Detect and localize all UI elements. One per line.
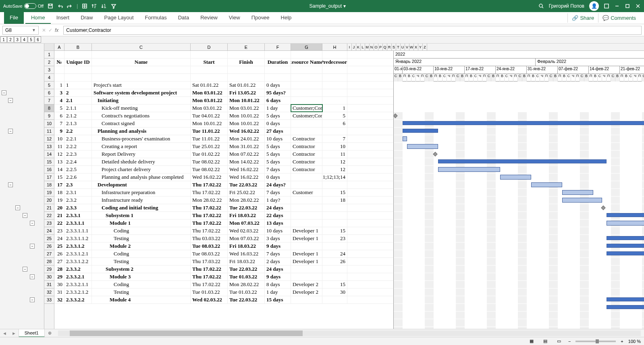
row-header-16[interactable]: 16 — [44, 166, 54, 174]
cell-finish[interactable]: Mon 07.03.22 — [228, 235, 265, 242]
outline-collapse-icon[interactable]: − — [8, 98, 13, 103]
outline-collapse-icon[interactable]: − — [2, 90, 6, 95]
cell-uid[interactable]: 2.3.3.2.2 — [64, 296, 92, 303]
cell-uid[interactable]: 2.3.1 — [64, 189, 92, 196]
sort-asc-icon[interactable] — [91, 3, 97, 9]
sort-desc-icon[interactable] — [101, 3, 107, 9]
cell-duration[interactable]: 22 days — [265, 212, 291, 219]
tab-data[interactable]: Data — [172, 12, 195, 24]
outline-collapse-icon[interactable]: − — [15, 205, 20, 210]
zoom-out-icon[interactable]: − — [568, 339, 571, 344]
cell-name[interactable]: Module 3 — [92, 273, 191, 280]
row-header-26[interactable]: 26 — [44, 243, 54, 250]
row-header-27[interactable]: 27 — [44, 250, 54, 258]
cell-num[interactable]: 13 — [54, 158, 64, 165]
cell-resource[interactable] — [291, 128, 322, 135]
cell-predecessors[interactable] — [322, 243, 347, 250]
tab-view[interactable]: View — [223, 12, 246, 24]
share-button[interactable]: 🔗 Share — [567, 13, 598, 23]
cell-duration[interactable]: 1 day? — [265, 197, 291, 204]
cell-uid[interactable]: 2.3.3.2 — [64, 266, 92, 273]
cell-duration[interactable]: 8 days — [265, 281, 291, 288]
autosave-toggle[interactable]: AutoSave Off — [3, 3, 44, 9]
cell-finish[interactable]: Mon 10.01.22 — [228, 120, 265, 127]
cell-predecessors[interactable] — [322, 212, 347, 219]
col-header-O[interactable]: O — [374, 44, 378, 50]
cell-uid[interactable]: 2.2.1 — [64, 135, 92, 142]
cell-uid[interactable]: 1 — [64, 82, 92, 89]
cell-num[interactable]: 30 — [54, 281, 64, 288]
avatar[interactable]: 👤 — [589, 1, 599, 11]
cell-finish[interactable]: Mon 10.01.22 — [228, 97, 265, 104]
name-box[interactable]: G8▼ — [2, 26, 39, 35]
cell-name[interactable]: Testing — [92, 235, 191, 242]
col-header-T[interactable]: T — [396, 44, 401, 50]
cell-num[interactable]: 7 — [54, 120, 64, 127]
cell-predecessors[interactable]: 7 — [322, 135, 347, 142]
comments-button[interactable]: 💬 Comments — [598, 13, 640, 23]
gantt-bar[interactable] — [403, 121, 644, 125]
cell-predecessors[interactable]: 6 — [322, 120, 347, 127]
row-header-17[interactable]: 17 — [44, 174, 54, 181]
cell-uid[interactable]: 2.3.3.2.1 — [64, 273, 92, 280]
sheet-tab[interactable]: Sheet1 — [19, 329, 45, 337]
cell-num[interactable]: 28 — [54, 266, 64, 273]
cell-uid[interactable]: 2.3.3.1 — [64, 212, 92, 219]
cell-finish[interactable]: Tue 22.03.22 — [228, 204, 265, 211]
outline-level-1[interactable]: 1 — [0, 36, 7, 43]
cell-start[interactable]: Thu 17.02.22 — [191, 266, 228, 273]
cell-num[interactable]: 19 — [54, 197, 64, 204]
cell-name[interactable]: Project's start — [92, 82, 191, 89]
cell-name[interactable]: Software system development project — [92, 89, 191, 96]
cell-name[interactable]: Development — [92, 181, 191, 188]
outline-collapse-icon[interactable]: − — [23, 267, 27, 272]
cell-predecessors[interactable]: 26 — [322, 258, 347, 265]
col-header-X[interactable]: X — [414, 44, 418, 50]
cell-start[interactable]: Tue 08.03.22 — [191, 250, 228, 257]
cell-num[interactable]: 1 — [54, 82, 64, 89]
cell-predecessors[interactable]: 11 — [322, 151, 347, 158]
row-header-32[interactable]: 32 — [44, 289, 54, 296]
cell-predecessors[interactable]: 15 — [322, 281, 347, 288]
cell-uid[interactable]: 2.2 — [64, 128, 92, 135]
cell-uid[interactable]: 2.3.3.1.2.1 — [64, 250, 92, 257]
col-header-U[interactable]: U — [401, 44, 405, 50]
cell-name[interactable]: Business-processes' examination — [92, 135, 191, 142]
cell-resource[interactable]: Developer 2 — [291, 289, 322, 296]
cell-finish[interactable]: Tue 22.03.22 — [228, 181, 265, 188]
cell-start[interactable]: Thu 17.02.22 — [191, 273, 228, 280]
cell-resource[interactable] — [291, 174, 322, 181]
cell-num[interactable]: 21 — [54, 212, 64, 219]
cell-resource[interactable] — [291, 197, 322, 204]
cell-predecessors[interactable]: 15 — [322, 227, 347, 234]
outline-level-2[interactable]: 2 — [7, 36, 14, 43]
row-header-21[interactable]: 21 — [44, 204, 54, 212]
cancel-icon[interactable]: ✕ — [42, 27, 46, 33]
tab-insert[interactable]: Insert — [51, 12, 75, 24]
cell-finish[interactable]: Wed 02.03.22 — [228, 227, 265, 234]
cell-uid[interactable]: 2.3.3.1.2.2 — [64, 258, 92, 265]
cell-name[interactable]: Subsystem 2 — [92, 266, 191, 273]
cell-duration[interactable]: 5 days — [265, 112, 291, 119]
cell-start[interactable]: Thu 17.02.22 — [191, 227, 228, 234]
cell-start[interactable]: Tue 11.01.22 — [191, 135, 228, 142]
cell-duration[interactable]: 1 day — [265, 289, 291, 296]
cell-duration[interactable]: 7 days — [265, 250, 291, 257]
cell-finish[interactable]: Tue 22.03.22 — [228, 266, 265, 273]
cell-start[interactable]: Wed 16.02.22 — [191, 174, 228, 181]
gantt-bar[interactable] — [607, 213, 644, 217]
cell-predecessors[interactable] — [322, 89, 347, 96]
cell-num[interactable]: 18 — [54, 189, 64, 196]
cell-num[interactable]: 24 — [54, 235, 64, 242]
cell-finish[interactable]: Mon 31.01.22 — [228, 143, 265, 150]
select-all-corner[interactable] — [44, 44, 54, 50]
cell-duration[interactable]: 0 days — [265, 120, 291, 127]
cell-name[interactable]: Infrastructure preparation — [92, 189, 191, 196]
cell-uid[interactable]: 2.3.3.1.2 — [64, 243, 92, 250]
cell-start[interactable]: Tue 25.01.22 — [191, 143, 228, 150]
cell-start[interactable]: Sat 01.01.22 — [191, 82, 228, 89]
row-header-14[interactable]: 14 — [44, 151, 54, 158]
cell-finish[interactable]: Wed 16.02.22 — [228, 128, 265, 135]
header-B[interactable]: Unique ID — [64, 59, 92, 66]
gantt-bar[interactable] — [601, 205, 605, 210]
